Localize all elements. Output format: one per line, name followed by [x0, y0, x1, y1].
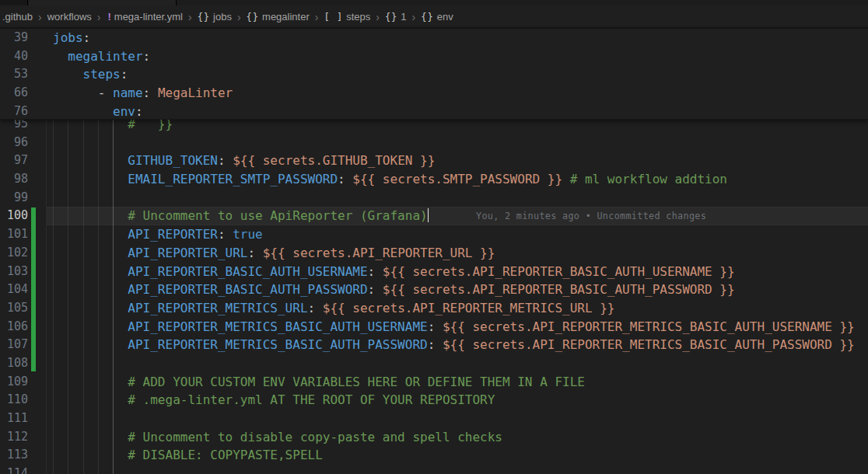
breadcrumb-item-mega-linter-yml[interactable]: !mega-linter.yml: [106, 11, 182, 23]
token: [53, 264, 128, 279]
breadcrumb-item-workflows[interactable]: workflows: [47, 11, 92, 23]
line-number[interactable]: 107: [0, 336, 28, 354]
code-text: env:: [53, 103, 143, 121]
code-text: # DISABLE: COPYPASTE,SPELL: [53, 446, 323, 465]
code-line-102[interactable]: 102 API_REPORTER_URL: ${{ secrets.API_RE…: [0, 244, 868, 263]
code-line-101[interactable]: 101 API_REPORTER: true: [0, 225, 868, 244]
token: [53, 67, 83, 82]
code-line-107[interactable]: 107 API_REPORTER_METRICS_BASIC_AUTH_PASS…: [0, 336, 868, 354]
token: :: [428, 337, 436, 352]
line-number[interactable]: 106: [0, 318, 28, 336]
line-number[interactable]: 100: [0, 207, 28, 225]
line-number[interactable]: 98: [0, 170, 28, 189]
token: [53, 227, 128, 242]
symbol-object-icon: {}: [247, 12, 259, 23]
token: :: [143, 49, 151, 64]
line-number[interactable]: 108: [0, 354, 28, 373]
token: [53, 430, 128, 444]
line-number[interactable]: 113: [0, 446, 28, 465]
line-number[interactable]: 66: [0, 84, 28, 103]
line-number[interactable]: 110: [0, 391, 28, 410]
line-number[interactable]: 40: [0, 47, 28, 66]
breadcrumb-item-jobs[interactable]: {}jobs: [198, 11, 232, 23]
line-number[interactable]: 101: [0, 225, 28, 244]
code-line-109[interactable]: 109 # ADD YOUR CUSTOM ENV VARIABLES HERE…: [0, 373, 868, 392]
code-line-111[interactable]: 111: [0, 410, 868, 428]
line-number[interactable]: 39: [0, 29, 28, 47]
line-number[interactable]: 53: [0, 65, 28, 84]
code-text: # .mega-linter.yml AT THE ROOT OF YOUR R…: [53, 391, 495, 410]
breadcrumb-item-1[interactable]: {}1: [385, 11, 407, 23]
code-line-98[interactable]: 98 EMAIL_REPORTER_SMTP_PASSWORD: ${{ sec…: [0, 170, 868, 189]
code-text: megalinter:: [53, 47, 150, 66]
breadcrumb-item-steps[interactable]: [ ]steps: [324, 11, 370, 23]
token: [562, 172, 570, 186]
code-line-97[interactable]: 97 GITHUB_TOKEN: ${{ secrets.GITHUB_TOKE…: [0, 152, 868, 170]
sticky-line-76[interactable]: 76 env:: [0, 103, 868, 121]
code-line-96[interactable]: 96: [0, 134, 868, 152]
tab-bar-segment: [0, 0, 28, 5]
sticky-line-66[interactable]: 66 - name: MegaLinter: [0, 84, 868, 103]
code-line-105[interactable]: 105 API_REPORTER_METRICS_URL: ${{ secret…: [0, 299, 868, 318]
code-line-113[interactable]: 113 # DISABLE: COPYPASTE,SPELL: [0, 446, 868, 465]
token: MegaLinter: [158, 85, 233, 100]
sticky-line-53[interactable]: 53 steps:: [0, 65, 868, 84]
line-number[interactable]: 96: [0, 134, 28, 152]
sticky-line-40[interactable]: 40 megalinter:: [0, 47, 868, 66]
line-number[interactable]: 109: [0, 373, 28, 392]
sticky-line-39[interactable]: 39jobs:: [0, 29, 868, 47]
token: :: [368, 264, 376, 279]
code-line-114[interactable]: 114: [0, 465, 868, 474]
token: # Uncomment to disable copy-paste and sp…: [128, 430, 502, 444]
code-text: steps:: [53, 65, 128, 84]
sticky-scroll[interactable]: 39jobs:40 megalinter:53 steps:66 - name:…: [0, 27, 868, 120]
gutter-added-indicator[interactable]: [31, 207, 36, 371]
token: :: [368, 282, 376, 297]
token: [53, 85, 98, 100]
chevron-separator-icon: ›: [188, 12, 192, 23]
code-line-108[interactable]: 108: [0, 354, 868, 373]
chevron-separator-icon: ›: [237, 12, 241, 23]
token: :: [218, 153, 226, 168]
line-number[interactable]: 111: [0, 410, 28, 428]
tab-bar-segment: [177, 0, 868, 5]
line-number[interactable]: 114: [0, 465, 28, 474]
chevron-separator-icon: ›: [315, 12, 319, 23]
line-number[interactable]: 76: [0, 103, 28, 121]
symbol-object-icon: {}: [198, 12, 210, 23]
token: :: [247, 246, 255, 260]
line-number[interactable]: 103: [0, 263, 28, 281]
token: [53, 208, 128, 223]
token: [53, 49, 68, 64]
line-number[interactable]: 105: [0, 299, 28, 318]
token: API_REPORTER_URL: [128, 246, 247, 260]
code-line-104[interactable]: 104 API_REPORTER_BASIC_AUTH_PASSWORD: ${…: [0, 281, 868, 299]
token: :: [143, 85, 151, 100]
code-line-110[interactable]: 110 # .mega-linter.yml AT THE ROOT OF YO…: [0, 391, 868, 410]
editor[interactable]: 95 # }}9697 GITHUB_TOKEN: ${{ secrets.GI…: [0, 27, 868, 474]
breadcrumb-item--github[interactable]: .github: [2, 11, 33, 23]
breadcrumb-item-env[interactable]: {}env: [421, 11, 453, 23]
line-number[interactable]: 102: [0, 244, 28, 263]
token: [315, 301, 323, 315]
code-line-112[interactable]: 112 # Uncomment to disable copy-paste an…: [0, 428, 868, 447]
blame-annotation: You, 2 minutes ago • Uncommitted changes: [476, 207, 706, 226]
line-number[interactable]: 112: [0, 428, 28, 447]
token: true: [233, 227, 263, 242]
code-area[interactable]: 95 # }}9697 GITHUB_TOKEN: ${{ secrets.GI…: [0, 115, 868, 474]
code-line-106[interactable]: 106 API_REPORTER_METRICS_BASIC_AUTH_USER…: [0, 318, 868, 336]
code-line-99[interactable]: 99: [0, 189, 868, 207]
breadcrumb-item-megalinter[interactable]: {}megalinter: [247, 11, 310, 23]
token: # Uncomment to use ApiReporter (Grafana): [128, 208, 427, 223]
token: [255, 246, 263, 260]
line-number[interactable]: 99: [0, 189, 28, 207]
code-line-103[interactable]: 103 API_REPORTER_BASIC_AUTH_USERNAME: ${…: [0, 263, 868, 281]
breadcrumb-label: 1: [401, 11, 406, 23]
token: [375, 282, 383, 297]
token: API_REPORTER_METRICS_URL: [128, 301, 307, 315]
code-text: - name: MegaLinter: [53, 84, 233, 103]
token: [53, 448, 128, 462]
code-line-100[interactable]: 100 # Uncomment to use ApiReporter (Graf…: [0, 207, 868, 225]
line-number[interactable]: 97: [0, 152, 28, 170]
line-number[interactable]: 104: [0, 281, 28, 299]
